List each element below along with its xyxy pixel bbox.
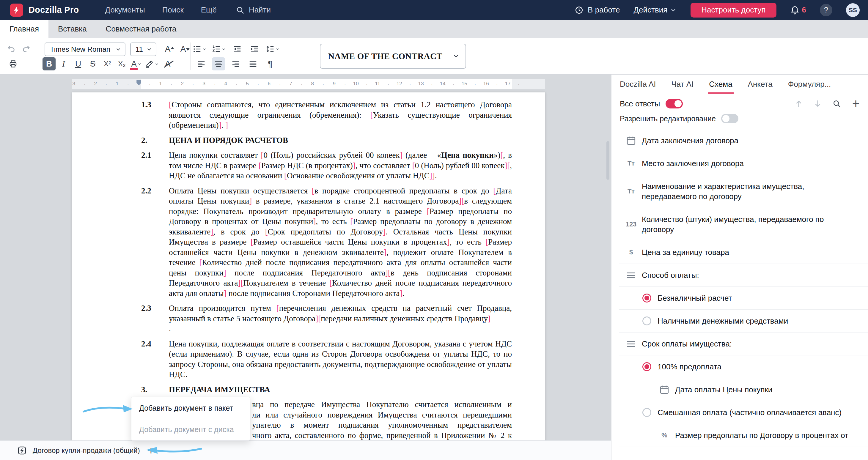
field-bracket[interactable]: [ [251,237,253,247]
field-bracket[interactable]: [ [370,110,373,120]
topbar-menu-item[interactable]: Ещё [201,5,217,14]
field-bracket[interactable]: ] [353,161,355,170]
field-bracket[interactable]: [ [350,217,353,226]
schema-item[interactable]: Дата заключения договора [619,129,868,152]
field-bracket[interactable]: ] [430,171,432,180]
schema-item[interactable]: TтНаименование и характеристика имуществ… [619,175,868,208]
doc-item-text[interactable]: ПЕРЕДАЧА ИМУЩЕСТВА [169,385,512,395]
field-bracket[interactable]: ] [488,314,491,323]
bold-button[interactable]: B [42,57,56,70]
vertical-scrollbar[interactable] [607,141,609,180]
paragraph-style-select[interactable]: NAME OF THE CONTRACT [320,44,466,69]
doc-item-text[interactable]: ЦЕНА И ПОРЯДОК РАСЧЕТОВ [169,135,512,145]
field-bracket[interactable]: ] [211,227,213,236]
font-size-select[interactable]: 11 [130,42,156,56]
strikethrough-button[interactable]: S [86,57,99,70]
doc-item-text[interactable]: Цена покупки составляет [0 (Ноль) россий… [169,150,512,181]
field-bracket[interactable]: ] [459,196,461,205]
font-family-select[interactable]: Times New Roman [44,42,125,56]
schema-item[interactable]: Наличными денежными средствами [619,309,868,332]
ribbon-tab[interactable]: Главная [0,20,49,38]
doc-item-text[interactable]: Цена покупки, подлежащая оплате в соотве… [169,339,512,380]
field-bracket[interactable]: [ [259,161,261,170]
schema-item[interactable]: 100% предоплата [619,355,868,378]
doc-item-text[interactable]: Оплата Цены покупки осуществляется [в по… [169,186,512,299]
document-tab[interactable]: Договор купли-продажи (общий) [17,446,140,455]
field-bracket[interactable]: [ [318,314,321,323]
configure-access-button[interactable]: Настроить доступ [690,3,776,18]
outdent-button[interactable] [231,42,244,56]
plus-icon[interactable]: + [851,99,860,108]
schema-item[interactable]: %Размер предоплаты по Договору в процент… [619,424,868,447]
field-bracket[interactable]: ] [400,289,402,298]
underline-button[interactable]: U [72,57,85,70]
undo-button[interactable] [5,42,18,55]
field-bracket[interactable]: [ [507,161,510,170]
field-bracket[interactable]: [ [312,186,314,195]
field-bracket[interactable]: [ [500,151,503,160]
superscript-button[interactable]: X² [101,57,114,70]
panel-tab[interactable]: Анкета [748,74,773,94]
field-bracket[interactable]: ] [313,217,316,226]
field-bracket[interactable]: ] [249,196,252,205]
allow-editing-toggle[interactable] [721,114,738,123]
field-bracket[interactable]: [ [486,237,488,247]
field-bracket[interactable]: ] [238,278,241,287]
help-button[interactable]: ? [820,4,832,17]
field-bracket[interactable]: ] [432,171,435,180]
field-bracket[interactable]: [ [493,186,496,195]
field-bracket[interactable]: ] [447,237,450,247]
field-bracket[interactable]: [ [427,207,430,216]
align-left-button[interactable] [195,57,208,70]
field-bracket[interactable]: [ [276,304,279,313]
schema-item[interactable]: 123Количество (штуки) имущества, передав… [619,208,868,241]
field-bracket[interactable]: [ [265,227,268,236]
align-right-button[interactable] [229,57,242,70]
schema-item[interactable]: Дата оплаты Цены покупки [619,378,868,401]
all-answers-toggle[interactable] [665,99,683,108]
topbar-menu-item[interactable]: Документы [105,5,145,14]
field-bracket[interactable]: [ [169,100,172,109]
field-bracket[interactable]: [ [461,196,464,205]
align-justify-button[interactable] [246,57,259,70]
doc-item-text[interactable]: Оплата производится путем [перечисления … [169,303,512,334]
pilcrow-button[interactable]: ¶ [264,57,277,70]
actions-menu[interactable]: Действия [633,5,677,14]
field-bracket[interactable]: ] [400,151,402,160]
field-bracket[interactable]: ] [225,121,228,130]
arrow-down-icon[interactable] [813,99,822,108]
schema-item[interactable]: Смешанная оплата (частично оплачивается … [619,401,868,424]
indent-button[interactable] [248,42,261,56]
doczilla-logo-icon[interactable] [10,4,23,17]
schema-item[interactable]: Безналичный расчет [619,287,868,309]
field-bracket[interactable]: [ [241,278,243,287]
highlight-button[interactable] [145,57,160,70]
schema-item[interactable]: Способ оплаты: [619,264,868,287]
panel-tab[interactable]: Doczilla AI [620,74,656,94]
font-color-button[interactable]: A [130,57,143,70]
field-bracket[interactable]: ] [315,314,318,323]
field-bracket[interactable]: [ [199,258,202,267]
field-bracket[interactable]: ] [383,227,385,236]
field-bracket[interactable]: [ [261,151,264,160]
panel-tab[interactable]: Формуляр... [788,74,831,94]
field-bracket[interactable]: ] [224,289,226,298]
global-search[interactable]: Найти [236,5,271,14]
schema-item[interactable]: Срок оплаты имущества: [619,332,868,355]
work-status-button[interactable]: В работе [575,5,620,14]
popup-menu-item[interactable]: Добавить документ в пакет [131,397,250,419]
ribbon-tab[interactable]: Совместная работа [96,20,186,38]
notifications-button[interactable]: 6 [790,5,806,15]
italic-button[interactable]: I [57,57,70,70]
schema-item[interactable]: $Цена за единицу товара [619,241,868,264]
indent-marker[interactable] [133,79,145,89]
panel-tab[interactable]: Чат AI [671,74,693,94]
field-bracket[interactable]: ] [504,161,507,170]
field-bracket[interactable]: [ [388,268,391,277]
field-bracket[interactable]: ] [219,121,221,130]
topbar-menu-item[interactable]: Поиск [162,5,184,14]
field-bracket[interactable]: [ [284,171,287,180]
clear-format-button[interactable]: A [161,57,174,70]
ribbon-tab[interactable]: Вставка [49,20,96,38]
line-spacing-button[interactable] [265,42,280,56]
